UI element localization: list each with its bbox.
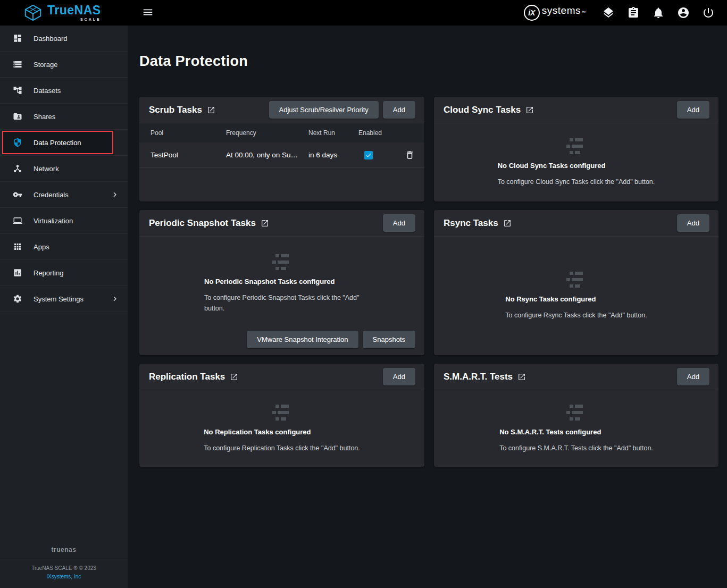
- sidebar-item-label: Network: [34, 165, 59, 173]
- replication-title[interactable]: Replication Tasks: [149, 372, 238, 382]
- sidebar-item-shares[interactable]: Shares: [0, 104, 128, 130]
- sidebar-item-apps[interactable]: Apps: [0, 234, 128, 260]
- cell-frequency: At 00:00, only on Su…: [226, 151, 308, 159]
- rsync-empty-state: No Rsync Tasks configured To configure R…: [505, 271, 647, 321]
- scrub-add-button[interactable]: Add: [383, 101, 415, 119]
- scrub-table-row[interactable]: TestPool At 00:00, only on Su… in 6 days: [139, 142, 424, 168]
- ix-trademark: ™: [581, 10, 586, 15]
- datasets-tree-icon: [13, 86, 22, 95]
- cloud-sync-add-button[interactable]: Add: [677, 101, 709, 119]
- sidebar-item-datasets[interactable]: Datasets: [0, 78, 128, 104]
- sidebar-item-dashboard[interactable]: Dashboard: [0, 26, 128, 52]
- cloud-sync-title-text: Cloud Sync Tasks: [444, 105, 521, 115]
- sidebar-item-label: System Settings: [34, 295, 83, 303]
- menu-icon[interactable]: [142, 6, 155, 19]
- empty-state-title: No Cloud Sync Tasks configured: [498, 162, 655, 170]
- scrub-tasks-title[interactable]: Scrub Tasks: [149, 105, 215, 115]
- storage-icon: [13, 60, 22, 69]
- task-list-icon: [270, 254, 294, 271]
- open-in-new-icon[interactable]: [261, 219, 269, 228]
- topbar-actions: iX systems ™: [524, 5, 727, 21]
- replication-title-text: Replication Tasks: [149, 372, 225, 382]
- task-list-icon: [564, 404, 588, 421]
- updates-layers-icon[interactable]: [602, 6, 615, 19]
- power-icon[interactable]: [702, 6, 715, 19]
- open-in-new-icon[interactable]: [525, 106, 534, 114]
- empty-state-hint: To configure Replication Tasks click the…: [204, 443, 360, 453]
- key-icon: [13, 190, 22, 199]
- chevron-right-icon: [110, 190, 120, 199]
- copyright-text: TrueNAS SCALE ® © 2023: [0, 564, 128, 573]
- ix-text: systems: [542, 5, 581, 16]
- periodic-snapshot-add-button[interactable]: Add: [383, 214, 415, 232]
- rsync-empty-text: No Rsync Tasks configured To configure R…: [505, 295, 647, 321]
- apps-grid-icon: [13, 242, 22, 251]
- sidebar-item-system-settings[interactable]: System Settings: [0, 286, 128, 312]
- replication-tasks-card: Replication Tasks Add No Replication Tas…: [139, 364, 424, 467]
- smart-add-button[interactable]: Add: [677, 368, 709, 385]
- vmware-snapshot-integration-button[interactable]: VMware Snapshot Integration: [247, 331, 358, 348]
- snapshots-button[interactable]: Snapshots: [363, 331, 415, 348]
- periodic-snapshot-card-body: No Periodic Snapshot Tasks configured To…: [139, 237, 424, 355]
- ixsystems-link[interactable]: iXsystems, Inc: [0, 573, 128, 581]
- empty-state-hint: To configure Rsync Tasks click the "Add"…: [505, 310, 647, 321]
- sidebar-item-data-protection[interactable]: Data Protection: [0, 130, 128, 156]
- rsync-title[interactable]: Rsync Tasks: [444, 218, 512, 229]
- smart-header-actions: Add: [677, 368, 709, 385]
- column-header-frequency: Frequency: [226, 129, 308, 137]
- periodic-snapshot-card-header: Periodic Snapshot Tasks Add: [139, 210, 424, 237]
- scrub-header-actions: Adjust Scrub/Resilver Priority Add: [269, 101, 415, 119]
- periodic-snapshot-header-actions: Add: [383, 214, 415, 232]
- periodic-snapshot-title[interactable]: Periodic Snapshot Tasks: [149, 218, 269, 229]
- smart-title-text: S.M.A.R.T. Tests: [444, 372, 513, 382]
- smart-empty-state: No S.M.A.R.T. Tests configured To config…: [499, 404, 653, 453]
- smart-card-body: No S.M.A.R.T. Tests configured To config…: [434, 390, 718, 467]
- scrub-table-header: Pool Frequency Next Run Enabled: [139, 123, 424, 142]
- replication-card-header: Replication Tasks Add: [139, 364, 424, 390]
- smart-empty-text: No S.M.A.R.T. Tests configured To config…: [499, 428, 653, 453]
- brand-subtitle: SCALE: [80, 18, 101, 21]
- account-icon[interactable]: [677, 6, 690, 19]
- cards-grid: Scrub Tasks Adjust Scrub/Resilver Priori…: [139, 97, 719, 467]
- open-in-new-icon[interactable]: [517, 373, 526, 381]
- rsync-add-button[interactable]: Add: [677, 214, 709, 232]
- rsync-header-actions: Add: [677, 214, 709, 232]
- alerts-bell-icon[interactable]: [652, 6, 665, 19]
- sidebar-item-reporting[interactable]: Reporting: [0, 260, 128, 286]
- bar-chart-icon: [13, 268, 22, 278]
- main-content: Data Protection Scrub Tasks Adjust Scrub…: [128, 26, 727, 588]
- cloud-sync-empty-text: No Cloud Sync Tasks configured To config…: [498, 162, 655, 187]
- sidebar-item-label: Data Protection: [34, 139, 81, 147]
- periodic-snapshot-tasks-card: Periodic Snapshot Tasks Add No Periodic …: [139, 210, 424, 355]
- cloud-sync-title[interactable]: Cloud Sync Tasks: [444, 105, 534, 115]
- ixsystems-logo: iX systems ™: [524, 5, 586, 21]
- enabled-checkbox[interactable]: [364, 151, 373, 159]
- open-in-new-icon[interactable]: [207, 106, 215, 114]
- hostname: truenas: [0, 546, 128, 553]
- periodic-snapshot-footer: VMware Snapshot Integration Snapshots: [139, 331, 424, 355]
- open-in-new-icon[interactable]: [503, 219, 512, 228]
- smart-card-header: S.M.A.R.T. Tests Add: [434, 364, 718, 390]
- smart-title[interactable]: S.M.A.R.T. Tests: [444, 372, 526, 382]
- truenas-brand[interactable]: TrueNAS SCALE: [0, 4, 128, 21]
- jobs-clipboard-icon[interactable]: [627, 6, 640, 19]
- brand-name: TrueNAS: [47, 4, 101, 16]
- empty-state-title: No Replication Tasks configured: [204, 428, 360, 436]
- replication-card-body: No Replication Tasks configured To confi…: [139, 390, 424, 467]
- dashboard-icon: [13, 33, 22, 43]
- sidebar-item-credentials[interactable]: Credentials: [0, 182, 128, 208]
- delete-icon[interactable]: [405, 150, 415, 160]
- sidebar-item-storage[interactable]: Storage: [0, 52, 128, 78]
- periodic-snapshot-empty-state: No Periodic Snapshot Tasks configured To…: [204, 254, 360, 314]
- chevron-right-icon: [110, 294, 120, 304]
- scrub-tasks-card: Scrub Tasks Adjust Scrub/Resilver Priori…: [139, 97, 424, 201]
- sidebar-item-virtualization[interactable]: Virtualization: [0, 208, 128, 234]
- open-in-new-icon[interactable]: [230, 373, 238, 381]
- sidebar-item-label: Virtualization: [34, 217, 73, 225]
- ix-mark: iX: [524, 5, 540, 21]
- sidebar-item-network[interactable]: Network: [0, 156, 128, 182]
- task-list-icon: [270, 404, 294, 421]
- empty-state-title: No Periodic Snapshot Tasks configured: [204, 278, 360, 285]
- adjust-scrub-priority-button[interactable]: Adjust Scrub/Resilver Priority: [269, 101, 379, 119]
- replication-add-button[interactable]: Add: [383, 368, 415, 385]
